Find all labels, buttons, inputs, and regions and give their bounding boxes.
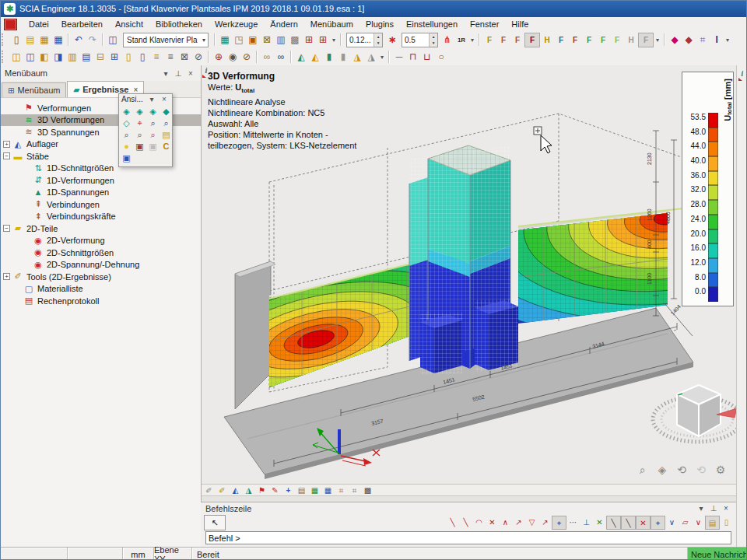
select-poly-icon[interactable]: ▯	[135, 51, 149, 64]
zoom-extents-icon[interactable]: ⌕	[637, 464, 649, 477]
show-supports-icon[interactable]: ◭	[294, 51, 308, 64]
tree-item[interactable]: ⇞ Verbindungen	[0, 198, 201, 211]
result-scale-icon[interactable]: ⋔	[440, 33, 454, 47]
grid-gray-icon[interactable]: ⌗	[348, 485, 361, 495]
tree-item[interactable]: ⇵ 1D-Verformungen	[0, 174, 201, 187]
menu-item[interactable]: Einstellungen	[400, 19, 464, 29]
tree-item[interactable]: ▢ Materialliste	[0, 283, 201, 296]
filter-icon[interactable]: ⊘	[240, 51, 254, 64]
select-minus-icon[interactable]: ⊟	[93, 51, 107, 64]
view-y-icon[interactable]: ◈	[134, 106, 146, 117]
load-panel-icon[interactable]: H	[624, 33, 638, 47]
undo-icon[interactable]: ↶	[72, 33, 86, 47]
select-wall-icon[interactable]: ▤	[79, 51, 93, 64]
show-labels-icon[interactable]: ▮	[322, 51, 336, 64]
tree-item[interactable]: ⇞ Verbindungskräfte	[0, 211, 201, 223]
status-plane[interactable]: Ebene XY	[154, 548, 192, 560]
menu-item[interactable]: Menübaum	[304, 19, 359, 29]
select-members-icon[interactable]: ◫	[23, 51, 37, 64]
snap-grid-icon[interactable]: ⋯	[566, 516, 580, 528]
menu-item[interactable]: Ändern	[264, 19, 303, 29]
snap-vector-icon[interactable]: ↗	[538, 516, 552, 528]
snap-intersection-icon[interactable]: ✕	[593, 516, 606, 528]
tab-close-icon[interactable]: ×	[133, 86, 138, 94]
new-messages-badge[interactable]: Neue Nachrichten	[688, 548, 747, 560]
picture-icon[interactable]: ▣	[121, 152, 132, 163]
activity-icon[interactable]: ◆	[668, 33, 682, 47]
redo-icon[interactable]: ↷	[86, 33, 100, 47]
select-cursor-icon[interactable]: ✐	[202, 485, 216, 495]
tree-item[interactable]: ▤ Rechenprotokoll	[0, 295, 201, 307]
select-single-icon[interactable]: ▯	[121, 51, 135, 64]
snap-perpendicular-icon[interactable]: ∨	[692, 516, 705, 528]
menu-item[interactable]: Bibliotheken	[149, 19, 209, 29]
chevron-down-icon[interactable]: ▾	[378, 54, 386, 61]
select-slab-icon[interactable]: ▥	[65, 51, 79, 64]
tree-item[interactable]: ◉ 2D-Schnittgrößen	[0, 247, 201, 259]
load-panel-icon[interactable]: H	[540, 33, 554, 47]
pin-icon[interactable]: ⊥	[708, 504, 719, 513]
tab-menubaum[interactable]: ⊞ Menübaum	[2, 82, 66, 97]
load-panel-icon[interactable]: F	[638, 33, 654, 47]
info-icon[interactable]: i	[738, 69, 746, 80]
view-z-icon[interactable]: ◈	[147, 106, 159, 117]
snap-direction-icon[interactable]: ↗	[512, 516, 525, 528]
snap-delete-icon[interactable]: ✕	[486, 516, 499, 528]
grid-red-icon[interactable]: ⌗	[335, 485, 348, 495]
snap-point-icon[interactable]: ∧	[499, 516, 512, 528]
table-green-icon[interactable]: ▦	[308, 485, 321, 495]
snap-cross-icon[interactable]: ✕	[636, 516, 651, 530]
view-x-icon[interactable]: ◈	[121, 106, 132, 117]
snap-coordinate-icon[interactable]: ▯	[720, 516, 733, 528]
load-panel-icon[interactable]: F	[554, 33, 568, 47]
load-panel-icon[interactable]: F	[582, 33, 596, 47]
mesh-display-icon[interactable]: ▩	[361, 485, 374, 495]
section-display-icon[interactable]: ◮	[242, 485, 255, 495]
order-icon[interactable]: 1R	[454, 33, 468, 47]
menu-item[interactable]: Plugins	[359, 19, 400, 29]
calculation-icon[interactable]: ▣	[246, 33, 260, 47]
document-icon[interactable]	[4, 19, 17, 30]
show-loads-icon[interactable]: ◭	[308, 51, 322, 64]
select-nodes-icon[interactable]: ◫	[9, 51, 23, 64]
info-icon[interactable]: i	[202, 66, 210, 77]
expander-icon[interactable]: −	[3, 152, 10, 159]
toolbar-grip[interactable]	[2, 33, 7, 46]
snap-line-icon[interactable]: ╲	[446, 516, 459, 528]
deformation-scale-icon[interactable]: ∗	[385, 33, 399, 47]
3d-viewport[interactable]: 1451 1451 3144 3157 5502 2130 1260 400 1…	[201, 65, 736, 495]
load-panel-icon[interactable]: F	[482, 33, 496, 47]
tree-item[interactable]: ◉ 2D-Verformung	[0, 235, 201, 247]
load-panel-icon[interactable]: F	[524, 33, 540, 47]
results-table-icon[interactable]: ⊞	[302, 33, 316, 47]
show-surfaces-icon[interactable]: ◮	[350, 51, 364, 64]
view-parameters-all-icon[interactable]: ∞	[274, 51, 288, 64]
view-settings-icon[interactable]: ⚙	[714, 464, 727, 477]
select-all-icon[interactable]: ≡	[163, 51, 177, 64]
select-right-icon[interactable]: ◨	[51, 51, 65, 64]
draw-icon[interactable]: ✐	[216, 485, 229, 495]
close-icon[interactable]: ×	[721, 504, 731, 513]
result-scale-spinner[interactable]: 0.5 ▴▾	[402, 33, 438, 47]
circle-tool-icon[interactable]: ○	[434, 51, 448, 64]
save-icon[interactable]: ▦	[51, 33, 65, 47]
select-layers-icon[interactable]: ≡	[149, 51, 163, 64]
snap-midpoint-icon[interactable]: ╲	[606, 516, 621, 530]
zoom-in-icon[interactable]: ⌕	[147, 117, 159, 128]
load-panel-icon[interactable]: F	[568, 33, 582, 47]
column-tool-icon[interactable]: ⊔	[420, 51, 434, 64]
view-parameters-icon[interactable]: ∞	[260, 51, 274, 64]
select-plus-icon[interactable]: ⊞	[107, 51, 121, 64]
snap-cursor-icon[interactable]: ⌖	[552, 516, 566, 530]
tree-item[interactable]: ◉ 2D-Spannung/-Dehnung	[0, 259, 201, 271]
tree-item[interactable]: ▲ 1D-Spannungen	[0, 187, 201, 199]
render-mode-icon[interactable]: ◮	[364, 51, 378, 64]
menu-item[interactable]: Hilfe	[505, 19, 535, 29]
snap-length-icon[interactable]: ▤	[705, 516, 720, 530]
document-view-icon[interactable]: ▤	[295, 485, 308, 495]
load-panel-icon[interactable]: F	[496, 33, 510, 47]
copy-attributes-icon[interactable]: ▥	[274, 33, 288, 47]
model-search-icon[interactable]: ◆	[682, 33, 696, 47]
axis-cross-icon[interactable]: +	[282, 485, 295, 495]
deformation-scale-spinner[interactable]: 0.12... ▴▾	[346, 33, 383, 47]
